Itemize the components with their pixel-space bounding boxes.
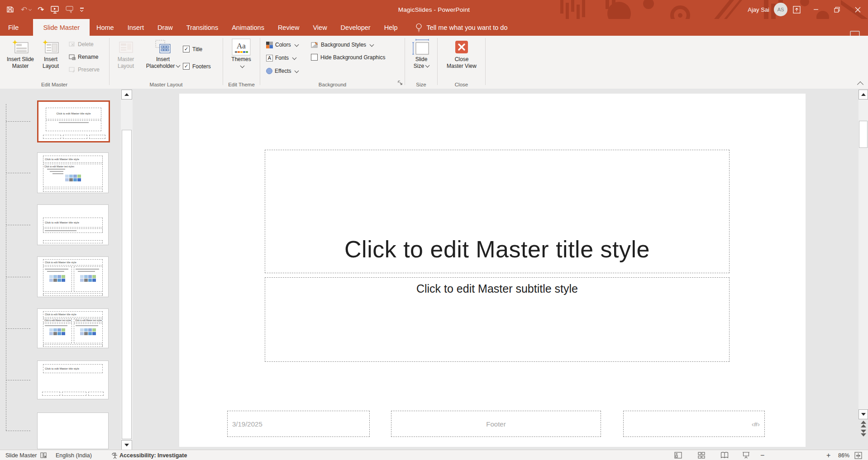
tab-developer[interactable]: Developer bbox=[334, 19, 377, 36]
footer-placeholder[interactable]: Footer bbox=[391, 411, 601, 437]
slide-number-placeholder[interactable]: ‹#› bbox=[623, 411, 765, 437]
fonts-button[interactable]: A Fonts bbox=[266, 54, 296, 62]
status-bar: Slide Master English (India) Accessibili… bbox=[0, 450, 868, 460]
master-title-placeholder[interactable]: Click to edit Master title style bbox=[265, 150, 730, 273]
canvas-scroll-up-button[interactable] bbox=[858, 90, 868, 100]
thumbnail-connector bbox=[6, 431, 30, 431]
tell-me-label: Tell me what you want to do bbox=[427, 24, 508, 31]
thumbnail-scrollbar[interactable] bbox=[121, 90, 133, 450]
thumbnail-layout-6[interactable] bbox=[37, 413, 109, 449]
tab-view[interactable]: View bbox=[306, 19, 334, 36]
hide-background-graphics-checkbox[interactable] bbox=[311, 54, 318, 61]
content-placeholder-icons bbox=[65, 175, 82, 181]
tab-transitions[interactable]: Transitions bbox=[180, 19, 225, 36]
tab-insert[interactable]: Insert bbox=[121, 19, 151, 36]
insert-placeholder-icon bbox=[154, 38, 172, 56]
canvas-scrollbar[interactable] bbox=[858, 90, 868, 419]
thumbnail-layout-3[interactable]: Click to edit Master title style bbox=[37, 256, 109, 297]
close-button[interactable] bbox=[847, 0, 868, 19]
restore-button[interactable] bbox=[826, 0, 847, 19]
thumbnail-scroll-down-button[interactable] bbox=[121, 440, 132, 450]
previous-slide-button[interactable] bbox=[860, 421, 867, 427]
slide-sorter-view-icon[interactable] bbox=[698, 450, 705, 460]
collapse-ribbon-icon[interactable] bbox=[857, 81, 863, 88]
slide-size-button[interactable]: Slide Size bbox=[408, 38, 435, 70]
preserve-icon bbox=[69, 67, 76, 73]
window-title: MagicSlides - PowerPoint bbox=[0, 0, 868, 19]
tab-animations[interactable]: Animations bbox=[225, 19, 271, 36]
zoom-in-button[interactable]: + bbox=[826, 450, 830, 460]
background-styles-icon bbox=[311, 42, 319, 48]
status-accessibility[interactable]: Accessibility: Investigate bbox=[119, 450, 187, 460]
title-checkbox[interactable]: ✓ bbox=[183, 46, 190, 52]
thumbnail-slide-master[interactable]: Click to edit Master title style bbox=[37, 100, 110, 142]
user-name[interactable]: Ajay Sai bbox=[748, 6, 769, 13]
rename-button[interactable]: Rename bbox=[69, 53, 98, 61]
thumbnail-scrollbar-thumb[interactable] bbox=[122, 130, 132, 439]
tab-file[interactable]: File bbox=[0, 19, 27, 36]
reading-view-icon[interactable] bbox=[720, 450, 729, 460]
slide-size-icon bbox=[412, 38, 430, 56]
minimize-button[interactable] bbox=[806, 0, 826, 19]
content-placeholder-icons bbox=[80, 275, 97, 282]
tab-slide-master[interactable]: Slide Master bbox=[33, 19, 90, 36]
tell-me-box[interactable]: Tell me what you want to do bbox=[415, 19, 508, 36]
footers-checkbox[interactable]: ✓ bbox=[183, 63, 190, 70]
tab-draw[interactable]: Draw bbox=[151, 19, 180, 36]
canvas-scrollbar-thumb[interactable] bbox=[859, 121, 868, 148]
work-area: Click to edit Master title style Click t… bbox=[0, 89, 868, 450]
hide-background-graphics-row[interactable]: Hide Background Graphics bbox=[311, 54, 385, 61]
thumbnail-connector bbox=[6, 173, 30, 173]
tab-home[interactable]: Home bbox=[90, 19, 121, 36]
tab-review[interactable]: Review bbox=[271, 19, 306, 36]
thumbnail-title-text: Click to edit Master title style bbox=[56, 112, 91, 115]
insert-slide-master-button[interactable]: Insert Slide Master bbox=[4, 38, 37, 70]
insert-slide-master-icon bbox=[12, 38, 29, 56]
footers-checkbox-row[interactable]: ✓ Footers bbox=[183, 63, 211, 70]
themes-button[interactable]: Aa Themes bbox=[228, 38, 255, 68]
title-checkbox-row[interactable]: ✓ Title bbox=[183, 46, 202, 52]
insert-placeholder-button[interactable]: Insert Placeholder bbox=[145, 38, 181, 70]
ribbon-display-options-icon[interactable] bbox=[787, 0, 806, 19]
powerpoint-window: ↶ ↷ MagicSlides - PowerPoint Ajay Sa bbox=[0, 0, 868, 460]
group-background: Colors A Fonts Effects Background Styles bbox=[260, 36, 405, 89]
status-view-label[interactable]: Slide Master bbox=[5, 450, 37, 460]
spelling-icon[interactable] bbox=[40, 450, 48, 460]
hide-background-graphics-label: Hide Background Graphics bbox=[320, 54, 385, 61]
master-subtitle-placeholder[interactable]: Click to edit Master subtitle style bbox=[265, 277, 730, 362]
group-master-layout: Master Layout Insert Placeholder bbox=[110, 36, 223, 89]
avatar[interactable]: AS bbox=[774, 3, 787, 16]
delete-icon bbox=[69, 42, 76, 47]
colors-button[interactable]: Colors bbox=[266, 41, 298, 49]
effects-button[interactable]: Effects bbox=[266, 67, 298, 75]
thumbnail-layout-1[interactable]: Click to edit Master title style Click t… bbox=[37, 152, 109, 193]
slide-show-icon[interactable] bbox=[742, 450, 750, 460]
date-placeholder[interactable]: 3/19/2025 bbox=[227, 411, 370, 437]
thumbnail-layout-2[interactable]: Click to edit Master title style bbox=[37, 204, 109, 245]
zoom-out-button[interactable]: − bbox=[760, 450, 764, 460]
fit-to-window-icon[interactable] bbox=[854, 450, 862, 460]
zoom-level[interactable]: 86% bbox=[838, 450, 849, 460]
status-language[interactable]: English (India) bbox=[56, 450, 92, 460]
slide-canvas[interactable]: Click to edit Master title style Click t… bbox=[179, 94, 806, 447]
normal-view-icon[interactable] bbox=[674, 450, 682, 460]
slide-number-text: ‹#› bbox=[752, 420, 760, 428]
ribbon: Insert Slide Master Insert Layout bbox=[0, 36, 868, 89]
close-master-view-button[interactable]: Close Master View bbox=[443, 38, 480, 70]
tab-help[interactable]: Help bbox=[377, 19, 405, 36]
thumbnail-scroll-up-button[interactable] bbox=[121, 90, 132, 100]
insert-layout-button[interactable]: Insert Layout bbox=[39, 38, 62, 70]
accessibility-icon[interactable] bbox=[111, 450, 119, 460]
rename-icon bbox=[69, 54, 76, 60]
master-layout-icon bbox=[117, 38, 134, 56]
next-slide-button[interactable] bbox=[860, 430, 867, 436]
insert-layout-icon bbox=[42, 38, 59, 56]
thumbnail-body-text: Click to edit Master text styles bbox=[75, 319, 102, 322]
group-label-close: Close bbox=[438, 82, 485, 87]
background-styles-button[interactable]: Background Styles bbox=[311, 41, 373, 49]
date-text: 3/19/2025 bbox=[232, 420, 262, 428]
thumbnail-layout-4[interactable]: Click to edit Master title style Click t… bbox=[37, 308, 109, 348]
canvas-scroll-down-button[interactable] bbox=[858, 409, 868, 419]
dropdown-icon bbox=[176, 63, 181, 68]
thumbnail-layout-5[interactable]: Click to edit Master title style bbox=[37, 360, 109, 399]
